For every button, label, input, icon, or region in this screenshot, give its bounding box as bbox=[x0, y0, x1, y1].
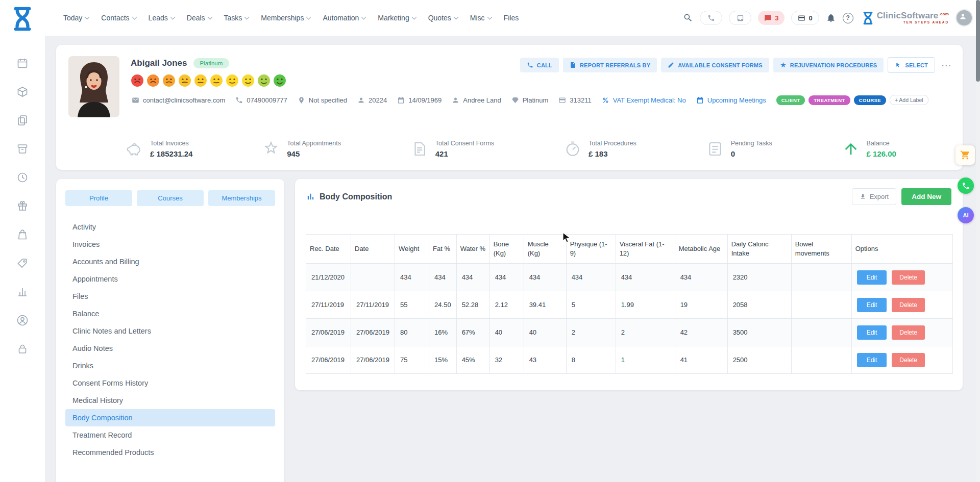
user-avatar[interactable] bbox=[955, 9, 973, 27]
gift-icon bbox=[16, 200, 29, 212]
nav-item-contacts[interactable]: Contacts bbox=[101, 14, 136, 22]
add-new-button[interactable]: Add New bbox=[901, 188, 951, 205]
table-cell bbox=[351, 264, 395, 291]
report-referrals-button[interactable]: REPORT REFERRALS BY bbox=[563, 58, 657, 72]
sidebar-item-consent-forms-history[interactable]: Consent Forms History bbox=[65, 374, 275, 392]
sidebar-item-audio-notes[interactable]: Audio Notes bbox=[65, 340, 275, 357]
call-button[interactable]: CALL bbox=[520, 58, 559, 72]
sidebar-item-medical-history[interactable]: Medical History bbox=[65, 392, 275, 409]
nav-item-marketing[interactable]: Marketing bbox=[378, 14, 415, 22]
mood-emoji-9[interactable] bbox=[257, 74, 271, 87]
table-cell: 434 bbox=[524, 264, 566, 291]
table-cell: 16% bbox=[429, 319, 457, 346]
sidebar-item-balance[interactable]: Balance bbox=[65, 305, 275, 322]
whatsapp-widget-button[interactable] bbox=[958, 177, 974, 194]
edit-button[interactable]: Edit bbox=[857, 270, 887, 285]
phone-button[interactable] bbox=[700, 11, 722, 25]
mood-emoji-4[interactable] bbox=[178, 74, 191, 87]
inbox-button[interactable] bbox=[729, 11, 751, 25]
more-options-button[interactable]: ⋯ bbox=[939, 60, 953, 70]
rail-support-button[interactable] bbox=[16, 314, 29, 326]
edit-button[interactable]: Edit bbox=[857, 353, 887, 367]
scrollbar-thumb[interactable] bbox=[976, 0, 980, 82]
add-label-button[interactable]: + Add Label bbox=[890, 95, 928, 105]
rail-copy-button[interactable] bbox=[16, 114, 29, 126]
delete-button[interactable]: Delete bbox=[892, 298, 925, 312]
help-button[interactable]: ? bbox=[843, 13, 853, 23]
search-icon[interactable] bbox=[683, 13, 693, 23]
nav-item-files[interactable]: Files bbox=[504, 14, 519, 22]
task-list-icon bbox=[706, 140, 724, 158]
cart-widget-button[interactable] bbox=[955, 145, 975, 165]
sidebar-item-clinic-notes-and-letters[interactable]: Clinic Notes and Letters bbox=[65, 322, 275, 340]
arrow-up-icon bbox=[842, 140, 860, 158]
mood-emoji-1[interactable] bbox=[131, 74, 144, 87]
sidebar-item-body-composition[interactable]: Body Composition bbox=[65, 409, 275, 426]
rail-history-button[interactable] bbox=[16, 171, 29, 184]
link-text: VAT Exempt Medical: No bbox=[613, 96, 686, 104]
table-cell: 27/06/2019 bbox=[306, 319, 351, 346]
mood-emoji-10[interactable] bbox=[273, 74, 286, 87]
mood-emoji-6[interactable] bbox=[210, 74, 223, 87]
nav-item-quotes[interactable]: Quotes bbox=[428, 14, 458, 22]
patient-card: Abigail Jones Platinum contact@clinicsof… bbox=[56, 45, 963, 170]
sidebar-item-appointments[interactable]: Appointments bbox=[65, 270, 275, 288]
mood-emoji-7[interactable] bbox=[226, 74, 239, 87]
mood-emoji-2[interactable] bbox=[146, 74, 160, 87]
vat-exempt-link[interactable]: VAT Exempt Medical: No bbox=[602, 96, 686, 104]
label-client: CLIENT bbox=[776, 95, 805, 105]
sidebar-item-accounts-and-billing[interactable]: Accounts and Billing bbox=[65, 253, 275, 270]
rail-bar-chart-button[interactable] bbox=[16, 286, 29, 298]
sidebar-item-recommended-products[interactable]: Recommended Products bbox=[65, 444, 275, 461]
table-cell: 434 bbox=[489, 264, 524, 291]
tab-courses[interactable]: Courses bbox=[137, 190, 204, 206]
delete-button[interactable]: Delete bbox=[892, 270, 925, 285]
rail-gift-button[interactable] bbox=[16, 200, 29, 212]
tab-memberships[interactable]: Memberships bbox=[208, 190, 275, 206]
rail-lock-button[interactable] bbox=[16, 343, 29, 355]
nav-item-today[interactable]: Today bbox=[63, 14, 89, 22]
sidebar-item-files[interactable]: Files bbox=[65, 288, 275, 305]
stat-value: 945 bbox=[287, 149, 341, 158]
chat-button[interactable]: 3 bbox=[758, 11, 785, 25]
upcoming-meetings-link[interactable]: Upcoming Meetings bbox=[696, 96, 766, 104]
sidebar-item-invoices[interactable]: Invoices bbox=[65, 236, 275, 253]
mood-emoji-8[interactable] bbox=[241, 74, 255, 87]
app-logo[interactable] bbox=[10, 4, 35, 34]
consent-forms-button[interactable]: AVAILABLE CONSENT FORMS bbox=[661, 58, 769, 72]
rail-tag-button[interactable] bbox=[16, 257, 29, 269]
mood-emoji-5[interactable] bbox=[194, 74, 207, 87]
notifications-bell-icon[interactable] bbox=[826, 13, 836, 23]
export-button[interactable]: Export bbox=[852, 188, 897, 205]
patient-photo[interactable] bbox=[68, 56, 119, 117]
nav-item-misc[interactable]: Misc bbox=[470, 14, 492, 22]
inbox-icon bbox=[737, 14, 744, 22]
hourglass-logo-icon bbox=[12, 6, 33, 32]
nav-item-tasks[interactable]: Tasks bbox=[224, 14, 249, 22]
nav-item-memberships[interactable]: Memberships bbox=[261, 14, 310, 22]
sidebar-item-treatment-record[interactable]: Treatment Record bbox=[65, 426, 275, 444]
sidebar-item-activity[interactable]: Activity bbox=[65, 218, 275, 236]
nav-item-automation[interactable]: Automation bbox=[323, 14, 365, 22]
rail-calendar-button[interactable] bbox=[16, 57, 29, 69]
ai-assistant-button[interactable]: AI bbox=[958, 207, 974, 223]
report-label: REPORT REFERRALS BY bbox=[580, 62, 650, 68]
pos-button[interactable]: 0 bbox=[791, 11, 819, 25]
tab-profile[interactable]: Profile bbox=[65, 190, 132, 206]
delete-button[interactable]: Delete bbox=[892, 353, 925, 367]
rejuvenation-button[interactable]: REJUVENATION PROCEDURES bbox=[773, 58, 884, 72]
select-button[interactable]: SELECT bbox=[888, 57, 935, 73]
nav-item-deals[interactable]: Deals bbox=[187, 14, 212, 22]
sidebar-item-drinks[interactable]: Drinks bbox=[65, 357, 275, 374]
rail-archive-button[interactable] bbox=[16, 143, 29, 155]
edit-button[interactable]: Edit bbox=[857, 298, 887, 312]
rail-shopping-bag-button[interactable] bbox=[16, 229, 29, 241]
patient-portrait bbox=[68, 56, 119, 117]
contact-field-diamond: Platinum bbox=[511, 96, 549, 104]
edit-button[interactable]: Edit bbox=[857, 325, 887, 340]
mood-emoji-3[interactable] bbox=[162, 74, 176, 87]
nav-item-leads[interactable]: Leads bbox=[149, 14, 175, 22]
rail-package-button[interactable] bbox=[16, 86, 29, 98]
col-header-physique-1-9: Physique (1-9) bbox=[566, 235, 616, 264]
delete-button[interactable]: Delete bbox=[892, 325, 925, 340]
